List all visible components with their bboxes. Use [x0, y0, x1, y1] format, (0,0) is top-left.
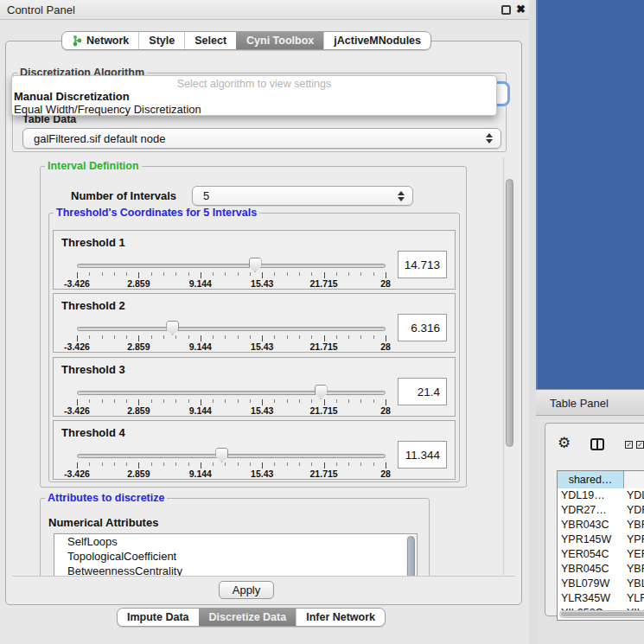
table-row[interactable]: YDR27…YDR2 — [558, 504, 644, 519]
slider-tick — [89, 272, 90, 276]
slider-tick — [262, 272, 263, 278]
checkbox-icon[interactable]: ✓ — [636, 441, 644, 449]
tab-network[interactable]: Network — [62, 32, 138, 49]
tab-cyni-toolbox[interactable]: Cyni Toolbox — [236, 32, 323, 49]
table-toolbar-frame: ⚙ ✓ ✓ shared… na YDL19…YDL1YDR27…YDR2YBR… — [545, 423, 644, 616]
slider-handle[interactable] — [249, 258, 262, 272]
node-attribute-table[interactable]: shared… na YDL19…YDL1YDR27…YDR2YBR043CYB… — [557, 470, 644, 621]
cell-shared-name[interactable]: YDR27… — [558, 504, 624, 519]
table-row[interactable]: YBL079WYBL0 — [558, 577, 644, 592]
cell-name[interactable]: YPR1 — [624, 533, 644, 548]
slider-tick-label: -3.426 — [51, 405, 103, 416]
slider-tick — [114, 399, 115, 403]
tab-infer-network[interactable]: Infer Network — [296, 609, 385, 626]
columns-icon[interactable] — [590, 438, 604, 450]
gear-icon[interactable]: ⚙ — [558, 436, 571, 450]
table-row[interactable]: YPR145WYPR1 — [558, 533, 644, 548]
slider-tick — [175, 462, 176, 466]
slider-tick — [77, 272, 78, 278]
top-tab-bar: NetworkStyleSelectCyni ToolboxjActiveMNo… — [61, 31, 431, 50]
cell-shared-name[interactable]: YBL079W — [558, 577, 624, 592]
algorithm-option-manual[interactable]: Manual Discretization — [14, 90, 130, 103]
numerical-attributes-list[interactable]: SelfLoopsTopologicalCoefficientBetweenne… — [54, 533, 418, 577]
tab-select[interactable]: Select — [184, 32, 236, 49]
cell-shared-name[interactable]: YDL19… — [558, 489, 624, 504]
slider-tick — [138, 272, 139, 278]
tab-jactivemnodules[interactable]: jActiveMNodules — [323, 32, 430, 49]
table-scrollbar-thumb[interactable] — [561, 612, 644, 616]
threshold-value-field[interactable]: 11.344 — [398, 441, 447, 469]
close-icon[interactable]: ✖ — [516, 3, 526, 16]
algorithm-option-equal-width[interactable]: Equal Width/Frequency Discretization — [14, 103, 201, 116]
threshold-value-field[interactable]: 14.713 — [398, 251, 447, 278]
panel-scrollbar[interactable] — [503, 157, 514, 575]
cell-shared-name[interactable]: YLR345W — [558, 592, 624, 607]
table-row[interactable]: YER054CYER0 — [558, 548, 644, 563]
cell-shared-name[interactable]: YPR145W — [558, 533, 624, 548]
tab-style[interactable]: Style — [138, 32, 184, 49]
cell-name[interactable]: YER0 — [624, 548, 644, 563]
slider-track[interactable] — [77, 264, 386, 268]
list-scrollbar-thumb[interactable] — [407, 536, 415, 577]
slider-track[interactable] — [77, 454, 386, 458]
slider-tick — [89, 462, 90, 466]
tab-discretize-data[interactable]: Discretize Data — [199, 609, 296, 626]
slider-tick — [238, 335, 239, 339]
attribute-list-item[interactable]: TopologicalCoefficient — [54, 549, 417, 564]
slider-tick — [114, 335, 115, 339]
cell-name[interactable]: YBR0 — [624, 563, 644, 577]
panel-scrollbar-thumb[interactable] — [506, 179, 513, 447]
slider-tick — [360, 335, 361, 339]
cell-shared-name[interactable]: YBR043C — [558, 519, 624, 533]
cell-name[interactable]: YDR2 — [624, 504, 644, 519]
slider-track[interactable] — [77, 327, 386, 331]
slider-tick — [274, 399, 275, 403]
column-header-name[interactable]: na — [624, 471, 644, 488]
table-row[interactable]: YLR345WYLR3 — [558, 592, 644, 607]
table-horizontal-scrollbar[interactable] — [559, 610, 644, 618]
attribute-list-item[interactable]: SelfLoops — [54, 534, 417, 549]
list-scrollbar[interactable] — [406, 535, 416, 577]
numerical-attributes-label: Numerical Attributes — [48, 516, 158, 529]
cell-name[interactable]: YDL1 — [624, 489, 644, 504]
slider-tick-label: 15.43 — [236, 341, 288, 352]
cell-shared-name[interactable]: YBR045C — [558, 563, 624, 577]
table-rows: YDL19…YDL1YDR27…YDR2YBR043CYBR0YPR145WYP… — [558, 489, 644, 621]
cell-shared-name[interactable]: YER054C — [558, 548, 624, 563]
slider-tick — [336, 335, 337, 339]
slider-tick-label: 9.144 — [175, 405, 226, 416]
number-of-intervals-combobox[interactable]: 5 — [192, 186, 413, 206]
cell-name[interactable]: YBL0 — [624, 577, 644, 592]
table-row[interactable]: YBR043CYBR0 — [558, 519, 644, 533]
slider-tick — [138, 399, 139, 405]
checkbox-icon[interactable]: ✓ — [625, 441, 633, 449]
slider-tick-label: 2.859 — [112, 341, 164, 352]
slider-handle[interactable] — [166, 321, 179, 335]
attribute-list-item[interactable]: BetweennessCentrality — [54, 564, 417, 577]
slider-handle[interactable] — [315, 385, 328, 399]
threshold-value-field[interactable]: 6.316 — [398, 314, 447, 341]
slider-handle[interactable] — [215, 448, 228, 462]
attributes-title: Attributes to discretize — [45, 492, 167, 504]
table-row[interactable]: YBR045CYBR0 — [558, 563, 644, 577]
float-window-icon[interactable] — [501, 5, 511, 15]
slider-tick — [89, 335, 90, 339]
threshold-value-field[interactable]: 21.4 — [398, 378, 447, 405]
cell-name[interactable]: YLR3 — [624, 592, 644, 607]
slider-tick — [299, 272, 300, 276]
column-header-shared-name[interactable]: shared… — [558, 471, 624, 488]
slider-tick — [250, 335, 251, 339]
slider-tick — [188, 335, 189, 339]
threshold-row-1: Threshold 1-3.4262.8599.14415.4321.71528… — [53, 230, 456, 290]
tab-impute-data[interactable]: Impute Data — [118, 609, 199, 626]
slider-track[interactable] — [77, 391, 386, 395]
slider-tick-label: 21.715 — [298, 469, 350, 479]
slider-tick — [336, 399, 337, 403]
slider-tick-label: 2.859 — [112, 278, 164, 289]
apply-button[interactable]: Apply — [219, 581, 274, 599]
slider-tick — [373, 335, 374, 339]
slider-tick — [360, 399, 361, 403]
table-data-combobox[interactable]: galFiltered.sif default node — [22, 128, 501, 149]
table-row[interactable]: YDL19…YDL1 — [558, 489, 644, 504]
cell-name[interactable]: YBR0 — [624, 519, 644, 533]
